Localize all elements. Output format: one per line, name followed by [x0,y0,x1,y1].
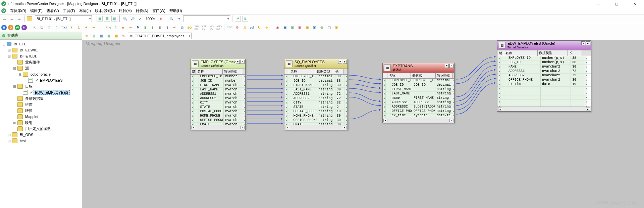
port-row[interactable]: ▸JOB_IDdecimal38▸ [284,79,347,83]
transform-sq[interactable]: ▦SQ_EMPLOYEESSource Qualifier▾▸名称数据类型长▸E… [284,59,348,130]
layout-v-icon[interactable]: ⇅ [242,16,248,22]
port-row[interactable]: ▸HOME_PHONEnstring30▸ [284,114,347,118]
port-row[interactable]: ▸FIRST_NAMEnvarch▸ [191,83,245,88]
transform-opts-icon[interactable]: ▸ [240,60,245,64]
port-row[interactable]: ▸▸ [497,91,591,95]
close-button[interactable]: ✕ [629,0,641,7]
port-row[interactable]: ▸EMAILnvarch▸ [191,123,245,125]
port-row[interactable]: ▸EMPLOYEE_IDEMPLOYEE_IDdecimal▸ [383,79,454,83]
port-row[interactable]: ▸ADDRESS2nstring72▸ [284,96,347,101]
transform-min-icon[interactable]: ▾ [581,41,585,45]
fx-icon[interactable]: f(x) [61,25,67,31]
port-row[interactable]: ▸EMPLOYEE_IDnumber(p,s)38▸ [497,56,591,60]
menu-item[interactable]: 版本控制(N) [93,8,117,14]
transform-tgt[interactable]: ▦EDW_EMPLOYEES (Oracle)Target Definition… [497,40,591,112]
tree-node[interactable]: ·✓EDW_EMPLOYEES [1,89,81,95]
port-row[interactable]: ▸STATEnvarch▸ [191,105,245,110]
menu-item[interactable]: 存储库(R) [8,8,28,14]
port-row[interactable]: ▸STATEnstring2▸ [284,105,347,110]
doc2-icon[interactable]: ▯ [54,25,60,31]
port-row[interactable]: ▸LAST_NAMEnstring30▸ [284,88,347,92]
transform-opts-icon[interactable]: ▸ [586,41,590,45]
tree-node[interactable]: ⊞映射 [1,120,81,126]
port-row[interactable]: ▸FIRST_NAMEnstring▸ [383,87,454,92]
view-list-icon[interactable]: ☰ [104,16,110,22]
maximize-button[interactable]: ▢ [610,0,623,7]
tree-node[interactable]: ⊞BI_EDW01 [1,47,81,53]
port-row[interactable]: ▸NAMEnvarchar230▸ [497,65,591,69]
tree-node[interactable]: ⊞BI_ODS [1,132,81,138]
tool2-icon[interactable]: ▣ [282,25,288,31]
transform-exp[interactable]: ▦EXPTRANS表达式▾▸名称表达式数据类型▸EMPLOYEE_IDEMPLO… [382,63,454,123]
link-icon[interactable]: ✎ [120,33,126,39]
db-icon[interactable]: ◍ [179,25,185,31]
scroll-right-icon[interactable]: ▸ [449,119,453,122]
port-row[interactable]: ▸POSTAL_CODEnstring10▸ [284,110,347,114]
zoom-in-icon[interactable]: 🔍 [122,16,128,22]
transform-opts-icon[interactable]: ▸ [343,60,347,64]
port-row[interactable]: ▸OFFICE_PHONEnstring30▸ [284,118,347,123]
menu-item[interactable]: 映射(M) [117,8,134,14]
tx1-icon[interactable]: ✦ [83,25,89,31]
designer-switch-R[interactable]: R [1,25,7,30]
scroll-left-icon[interactable]: ◂ [383,119,387,122]
transform-src[interactable]: ▦EMPLOYEES (Oracle)Source Definition▾▸键名… [190,59,246,130]
app-sq-icon[interactable]: APPSQ [201,25,207,31]
mapping-canvas[interactable]: ▦EMPLOYEES (Oracle)Source Definition▾▸键名… [82,40,644,208]
designer-switch-D[interactable]: D [8,25,13,30]
grid3-icon[interactable]: ▦ [113,33,119,39]
save-icon[interactable]: 🖫 [39,25,45,31]
doc-out-icon[interactable]: ▯ [113,25,119,31]
doc-icon[interactable]: ▯ [46,25,52,31]
port-row[interactable]: ▸▸ [497,104,591,107]
port-row[interactable]: ▸▸ [497,87,591,91]
tool5-icon[interactable]: ▣ [304,25,310,31]
tree-node[interactable]: ⊞test [1,138,81,144]
port-row[interactable]: ▸LAST_NAMEnstring▸ [383,92,454,96]
tree-node[interactable]: ⊟目标 [1,83,81,89]
find-icon[interactable]: 🔍 [168,16,174,22]
gear-icon[interactable]: ⚙ [234,25,240,31]
tool9-icon[interactable]: ▣ [333,25,339,31]
tree-node[interactable]: ·多维数据集 [1,95,81,101]
ptx-icon[interactable]: P(x) [105,25,111,31]
designer-switch-M[interactable]: M [21,25,27,30]
port-row[interactable]: ▸▸ [497,100,591,104]
tool6-icon[interactable]: ▣ [311,25,317,31]
designer-switch-W[interactable]: W [15,25,20,30]
tool7-icon[interactable]: ◍ [319,25,325,31]
port-row[interactable]: ▸EMPLOYEE_IDnumber▸ [191,75,245,79]
minimize-button[interactable]: — [592,0,604,7]
zoom-fit-icon[interactable]: ⤢ [137,16,143,22]
grid1-icon[interactable]: ▦ [98,33,104,39]
layout-h-icon[interactable]: ⇄ [235,16,241,22]
tool8-icon[interactable]: ▢ [326,25,332,31]
menu-item[interactable]: 帮助(H) [167,8,184,14]
scroll-right-icon[interactable]: ▸ [586,108,590,111]
transform-opts-icon[interactable]: ▸ [449,64,453,68]
port-row[interactable]: ▸OFFICE_PHONEnvarchar230▸ [497,78,591,82]
port-row[interactable]: ▸POSTAL_CODEnvarch▸ [191,110,245,114]
breadcrumb-dropdown[interactable]: BI_ETL01 - [BI_ETL] [35,15,92,22]
cdc-icon[interactable]: CDC [227,25,233,31]
tree-node[interactable]: ·业务组件 [1,59,81,65]
zoom-out-icon[interactable]: 🔎 [129,16,136,22]
refresh-icon[interactable]: ↻ [84,33,90,39]
port-row[interactable]: ▸ADDRESS1nstring72▸ [284,92,347,96]
port-row[interactable]: ▸ADDRESS2Substr(ADDR...nstring▸ [383,105,454,109]
sq-icon[interactable]: SQ [186,25,193,31]
port-row[interactable]: ▸LAST_NAMEnvarch▸ [191,88,245,92]
repository-tree[interactable]: ⊟BI_ETL⊞BI_EDW01⊟BI_ETL01·业务组件⊟源⊟odbc_or… [0,40,82,208]
flag-icon[interactable]: ⚑ [135,25,141,31]
filter-icon[interactable]: ▼ [68,25,74,31]
tree-node[interactable]: ⊟BI_ETL [1,41,81,47]
tree-node[interactable]: ·✓EMPLOYEES [1,77,81,83]
bar-icon[interactable]: ▮ [142,25,148,31]
tree-node[interactable]: ⊟源 [1,65,81,71]
sql-icon[interactable]: sql [249,25,255,31]
xml-icon[interactable]: XMLSQ [194,25,200,31]
port-row[interactable]: ▸▸ [497,95,591,100]
target-icon[interactable]: ◈ [158,16,164,22]
port-row[interactable]: ▸ex_timesysdatedate/tim▸ [383,114,454,118]
port-row[interactable]: ▸EMAILnstring30▸ [284,123,347,125]
